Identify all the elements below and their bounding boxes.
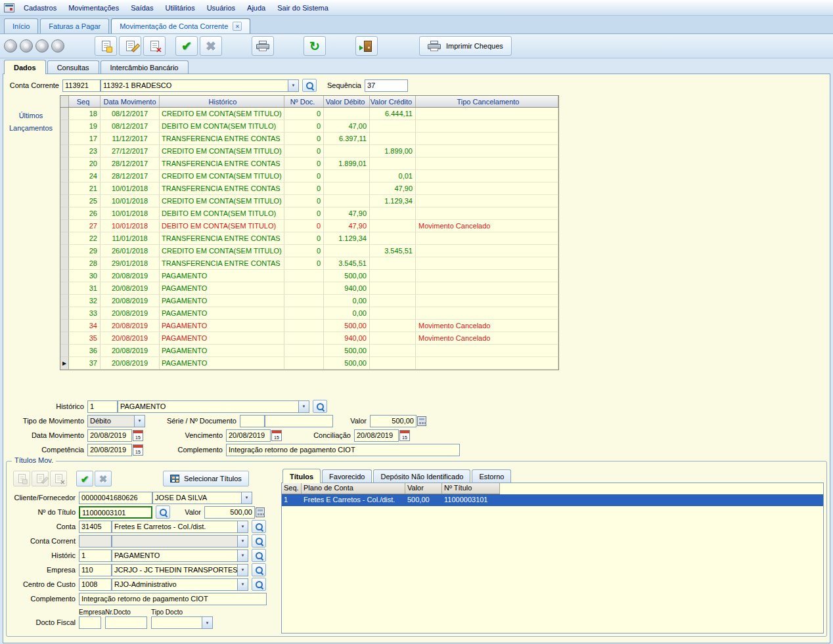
table-row[interactable]: 3520/08/2019PAGAMENTO940,00Movimento Can… [60,332,558,345]
cancel-button[interactable] [200,36,222,56]
calendar-icon[interactable]: 15 [271,430,282,441]
titulos-grid-column-header[interactable]: Nº Título [442,483,500,494]
table-row[interactable]: 1808/12/2017CREDITO EM CONTA(SEM TITULO)… [60,108,558,120]
table-row[interactable]: 2110/01/2018TRANSFERENCIA ENTRE CONTAS04… [60,182,558,195]
tab-close-icon[interactable] [233,22,242,31]
table-row[interactable]: 3320/08/2019PAGAMENTO0,00 [60,307,558,320]
page-tab[interactable]: Consultas [47,60,99,74]
chevron-down-icon[interactable] [237,565,248,576]
menu-item[interactable]: Ajuda [241,0,271,15]
table-row[interactable]: 2710/01/2018DEBITO EM CONTA(SEM TITULO)0… [60,220,558,232]
conciliacao-input[interactable]: 20/08/2019 [354,429,399,442]
competencia-input[interactable]: 20/08/2019 [87,444,132,456]
chevron-down-icon[interactable] [237,521,248,532]
window-tab[interactable]: Início [4,18,38,33]
table-row[interactable]: 2028/12/2017TRANSFERENCIA ENTRE CONTAS01… [60,158,558,170]
vencimento-input[interactable]: 20/08/2019 [226,429,271,442]
menu-item[interactable]: Movimentações [62,0,125,15]
exit-button[interactable] [355,36,378,56]
table-row[interactable]: 2610/01/2018DEBITO EM CONTA(SEM TITULO)0… [60,207,558,220]
titulo-cancel-button[interactable] [95,471,112,486]
chevron-down-icon[interactable] [288,80,298,91]
refresh-button[interactable] [304,36,326,56]
historico-titulo-search-button[interactable] [252,549,266,562]
historico-titulo-combo[interactable]: PAGAMENTO [112,549,248,562]
titulos-grid-column-header[interactable]: Seq. [282,483,302,494]
table-row[interactable]: 2327/12/2017CREDITO EM CONTA(SEM TITULO)… [60,145,558,158]
table-row[interactable]: 3720/08/2019PAGAMENTO500,00 [60,357,558,370]
print-button[interactable] [252,36,274,56]
historico-code-input[interactable]: 1 [87,400,118,413]
titulo-new-button[interactable] [13,471,30,486]
titulo-edit-button[interactable] [32,471,49,486]
window-tab[interactable]: Faturas a Pagar [40,18,109,33]
table-row[interactable]: 2926/01/2018CREDITO EM CONTA(SEM TITULO)… [60,245,558,257]
docto-empresa-input[interactable] [79,616,101,629]
cliente-fornecedor-combo[interactable]: JOSE DA SILVA [152,492,252,504]
conta-search-button[interactable] [252,520,266,533]
cliente-fornecedor-code-input[interactable]: 00000041680626 [79,492,152,504]
valor-input[interactable]: 500,00 [370,415,416,427]
conta-combo[interactable]: Fretes E Carretos - Col./dist. [112,521,248,533]
table-row[interactable]: 2428/12/2017CREDITO EM CONTA(SEM TITULO)… [60,170,558,182]
page-tab[interactable]: Intercâmbio Bancário [101,60,189,74]
numero-titulo-input[interactable]: 11000003101 [79,506,152,519]
table-row[interactable]: 3120/08/2019PAGAMENTO940,00 [60,282,558,295]
menu-item[interactable]: Utilitários [159,0,200,15]
calendar-icon[interactable]: 15 [399,430,410,441]
titulos-tab[interactable]: Títulos [282,469,321,483]
titulo-confirm-button[interactable] [76,471,93,486]
conta-corrente-combo[interactable]: 11392-1 BRADESCO [101,79,299,92]
conta-corrente-titulo-search-button[interactable] [252,534,266,547]
conta-code-input[interactable]: 31405 [79,521,112,533]
numero-titulo-search-button[interactable] [156,505,170,519]
docto-tipo-combo[interactable] [151,616,213,629]
chevron-down-icon[interactable] [237,550,248,561]
page-tab[interactable]: Dados [4,60,46,74]
titulos-grid-column-header[interactable]: Valor [405,483,442,494]
historico-combo[interactable]: PAGAMENTO [118,400,309,413]
table-row[interactable]: 2829/01/2018TRANSFERENCIA ENTRE CONTAS03… [60,257,558,270]
next-record-button[interactable] [35,39,49,53]
grid-column-header[interactable]: Tipo Cancelamento [416,96,558,107]
empresa-search-button[interactable] [252,563,266,576]
calculator-icon[interactable] [417,416,426,426]
prev-record-button[interactable] [20,39,33,53]
empresa-code-input[interactable]: 110 [79,564,112,576]
table-row[interactable]: 3420/08/2019PAGAMENTO500,00Movimento Can… [60,320,558,332]
edit-record-button[interactable] [119,36,141,56]
docto-nrdocto-input[interactable] [105,616,147,629]
window-tab[interactable]: Movimentação de Conta Corrente [111,18,250,33]
complemento-titulo-input[interactable]: Integração retorno de pagamento CIOT [79,593,267,605]
grid-column-header[interactable]: Histórico [160,96,284,107]
centro-custo-search-button[interactable] [252,578,266,591]
data-movimento-input[interactable]: 20/08/2019 [87,429,132,442]
complemento-input[interactable]: Integração retorno de pagamento CIOT [226,444,460,456]
historico-titulo-code-input[interactable]: 1 [79,549,112,562]
table-row[interactable]: 3020/08/2019PAGAMENTO500,00 [60,270,558,282]
table-row[interactable]: 1908/12/2017DEBITO EM CONTA(SEM TITULO)0… [60,120,558,133]
sequencia-input[interactable]: 37 [365,79,408,92]
imprimir-cheques-button[interactable]: Imprimir Cheques [419,36,512,56]
calendar-icon[interactable]: 15 [133,444,143,456]
titulos-tab[interactable]: Depósito Não Identificado [373,469,470,483]
titulo-valor-input[interactable]: 500,00 [204,506,255,519]
table-row[interactable]: 2510/01/2018CREDITO EM CONTA(SEM TITULO)… [60,195,558,207]
confirm-button[interactable] [175,36,198,56]
new-record-button[interactable] [95,36,117,56]
conta-corrente-search-button[interactable] [302,79,317,92]
selecionar-titulos-button[interactable]: Selecionar Títulos [163,471,249,486]
grid-column-header[interactable]: Nº Doc. [284,96,324,107]
numero-documento-input[interactable] [265,415,333,427]
titulo-delete-button[interactable] [50,471,67,486]
historico-search-button[interactable] [313,400,327,413]
calculator-icon[interactable] [256,507,265,517]
table-row[interactable]: 3220/08/2019PAGAMENTO0,00 [60,295,558,307]
first-record-button[interactable] [4,39,17,53]
titulos-tab[interactable]: Favorecido [322,469,372,483]
grid-column-header[interactable]: Seq [69,96,101,107]
grid-column-header[interactable]: Data Movimento [101,96,160,107]
calendar-icon[interactable]: 15 [133,430,143,441]
chevron-down-icon[interactable] [202,617,212,628]
menu-item[interactable]: Saídas [125,0,159,15]
